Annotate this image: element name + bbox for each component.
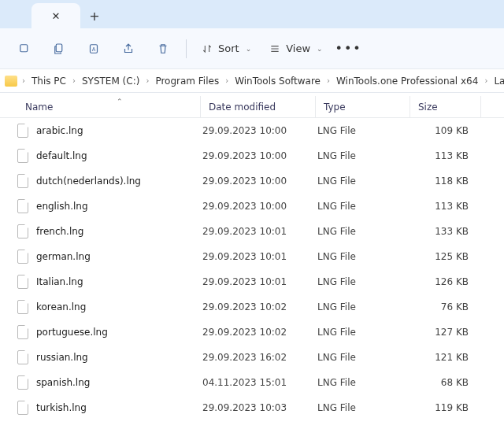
close-icon[interactable]: ✕ <box>52 10 61 22</box>
toolbar-separator <box>186 39 187 58</box>
file-date: 29.09.2023 10:01 <box>202 276 317 287</box>
trash-icon <box>156 42 170 56</box>
file-type: LNG File <box>317 327 412 338</box>
file-icon <box>17 375 28 390</box>
view-label: View <box>286 43 310 54</box>
file-row[interactable]: spanish.lng04.11.2023 15:01LNG File68 KB <box>0 370 504 395</box>
file-size: 113 KB <box>412 150 475 161</box>
sort-icon <box>201 43 213 55</box>
file-name: arabic.lng <box>36 125 83 136</box>
share-button[interactable] <box>112 35 145 63</box>
file-icon <box>17 350 28 364</box>
file-icon <box>17 149 28 163</box>
file-type: LNG File <box>317 125 412 136</box>
column-header-type[interactable]: Type <box>316 96 410 117</box>
file-row[interactable]: turkish.lng29.09.2023 10:03LNG File119 K… <box>0 395 504 420</box>
copy-button[interactable] <box>43 35 76 63</box>
file-name: russian.lng <box>36 352 88 363</box>
file-date: 29.09.2023 10:01 <box>202 251 317 262</box>
sort-label: Sort <box>218 43 239 54</box>
file-name: french.lng <box>36 226 83 237</box>
file-size: 76 KB <box>412 301 475 312</box>
column-header-row: ⌃ Name Date modified Type Size <box>0 96 504 118</box>
file-row[interactable]: english.lng29.09.2023 10:00LNG File113 K… <box>0 194 504 219</box>
file-size: 118 KB <box>412 176 475 187</box>
more-icon: ••• <box>335 41 361 56</box>
file-size: 121 KB <box>412 352 475 363</box>
column-label: Type <box>324 102 346 113</box>
file-size: 126 KB <box>412 276 475 287</box>
file-icon <box>17 275 28 289</box>
file-size: 113 KB <box>412 201 475 212</box>
file-date: 29.09.2023 10:02 <box>202 327 317 338</box>
file-row[interactable]: german.lng29.09.2023 10:01LNG File125 KB <box>0 244 504 269</box>
delete-button[interactable] <box>146 35 180 63</box>
crumb-wintools-software[interactable]: WinTools Software <box>230 72 325 90</box>
new-tab-button[interactable]: + <box>80 3 109 28</box>
column-header-name[interactable]: Name <box>0 96 201 117</box>
file-date: 29.09.2023 10:00 <box>202 176 317 187</box>
file-name: spanish.lng <box>36 377 90 388</box>
file-row[interactable]: portuguese.lng29.09.2023 10:02LNG File12… <box>0 320 504 345</box>
chevron-right-icon: › <box>20 76 27 85</box>
crumb-program-files[interactable]: Program Files <box>150 72 224 90</box>
file-date: 29.09.2023 10:02 <box>202 301 317 312</box>
sort-dropdown[interactable]: Sort ⌄ <box>193 35 259 63</box>
file-icon <box>17 325 28 339</box>
chevron-down-icon: ⌄ <box>246 45 252 53</box>
file-icon <box>17 300 28 314</box>
file-size: 119 KB <box>412 402 475 413</box>
breadcrumb[interactable]: › This PC › SYSTEM (C:) › Program Files … <box>0 69 504 93</box>
file-icon <box>17 199 28 213</box>
column-header-size[interactable]: Size <box>410 96 481 117</box>
file-size: 127 KB <box>412 327 475 338</box>
file-type: LNG File <box>317 226 412 237</box>
file-name: turkish.lng <box>36 402 87 413</box>
file-name: english.lng <box>36 201 88 212</box>
file-name: portuguese.lng <box>36 327 108 338</box>
file-size: 68 KB <box>412 377 475 388</box>
chevron-down-icon: ⌄ <box>317 45 323 53</box>
file-row[interactable]: dutch(nederlands).lng29.09.2023 10:00LNG… <box>0 168 504 194</box>
svg-rect-0 <box>20 44 28 51</box>
file-row[interactable]: default.lng29.09.2023 10:00LNG File113 K… <box>0 143 504 168</box>
column-label: Date modified <box>209 102 276 113</box>
chevron-right-icon: › <box>325 76 332 85</box>
file-icon <box>17 250 28 264</box>
file-type: LNG File <box>317 402 412 413</box>
sort-indicator-icon: ⌃ <box>117 98 123 105</box>
file-name: korean.lng <box>36 301 86 312</box>
file-type: LNG File <box>317 276 412 287</box>
view-dropdown[interactable]: View ⌄ <box>261 35 330 63</box>
file-date: 29.09.2023 10:00 <box>202 150 317 161</box>
file-date: 29.09.2023 16:02 <box>202 352 317 363</box>
file-icon <box>17 174 28 188</box>
file-row[interactable]: russian.lng29.09.2023 16:02LNG File121 K… <box>0 345 504 370</box>
file-row[interactable]: french.lng29.09.2023 10:01LNG File133 KB <box>0 219 504 244</box>
file-row[interactable]: arabic.lng29.09.2023 10:00LNG File109 KB <box>0 118 504 143</box>
active-tab[interactable]: ✕ <box>32 3 80 28</box>
file-size: 125 KB <box>412 251 475 262</box>
chevron-right-icon: › <box>71 76 77 85</box>
column-header-date[interactable]: Date modified <box>201 96 316 117</box>
file-name: Italian.lng <box>36 276 83 287</box>
crumb-lang[interactable]: Lang <box>489 72 504 90</box>
chevron-right-icon: › <box>144 76 150 85</box>
more-options-button[interactable]: ••• <box>332 35 365 63</box>
file-name: dutch(nederlands).lng <box>36 176 141 187</box>
cut-icon <box>17 42 32 56</box>
crumb-wintools-pro[interactable]: WinTools.one Professional x64 <box>332 72 483 90</box>
crumb-this-pc[interactable]: This PC <box>27 72 71 90</box>
crumb-drive[interactable]: SYSTEM (C:) <box>77 72 144 90</box>
file-type: LNG File <box>317 301 412 312</box>
file-row[interactable]: Italian.lng29.09.2023 10:01LNG File126 K… <box>0 269 504 294</box>
file-row[interactable]: korean.lng29.09.2023 10:02LNG File76 KB <box>0 294 504 320</box>
file-type: LNG File <box>317 201 412 212</box>
file-date: 29.09.2023 10:00 <box>202 201 317 212</box>
cut-button[interactable] <box>8 35 41 63</box>
file-date: 29.09.2023 10:01 <box>202 226 317 237</box>
tab-bar: ✕ + <box>0 0 504 28</box>
paste-button[interactable]: A <box>77 35 110 63</box>
chevron-right-icon: › <box>483 76 489 85</box>
paste-icon: A <box>87 42 101 56</box>
